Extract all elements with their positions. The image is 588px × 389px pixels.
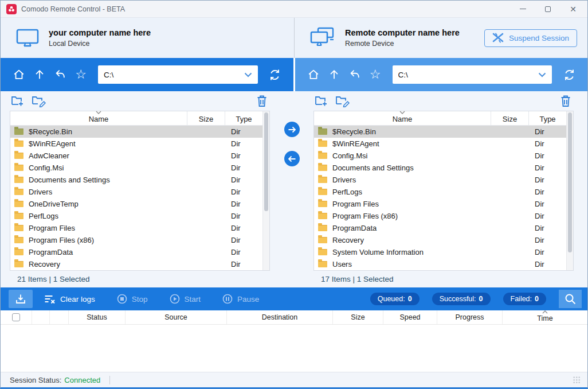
file-name: Drivers [29, 188, 187, 196]
title-bar: Comodo Remote Control - BETA ✕ [1, 1, 587, 18]
file-row[interactable]: Config.MsiDir [10, 162, 262, 174]
local-refresh-icon[interactable] [265, 64, 285, 85]
file-row[interactable]: Program Files (x86)Dir [314, 210, 566, 222]
file-type: Dir [225, 164, 262, 172]
local-delete-icon[interactable] [256, 95, 268, 107]
local-favorite-star-icon[interactable]: ☆ [70, 64, 91, 85]
remote-rename-folder-icon[interactable] [335, 95, 350, 107]
file-row[interactable]: $Recycle.BinDir [10, 126, 262, 138]
file-name: Program Files (x86) [332, 212, 491, 220]
file-row[interactable]: $WinREAgentDir [314, 138, 566, 150]
maximize-button[interactable] [544, 5, 552, 13]
file-row[interactable]: Program FilesDir [314, 198, 566, 210]
remote-scrollbar[interactable] [566, 111, 573, 270]
file-row[interactable]: Documents and SettingsDir [314, 162, 566, 174]
copy-to-local-button[interactable] [284, 151, 300, 166]
file-row[interactable]: UsersDir [314, 258, 566, 270]
file-type: Dir [225, 260, 262, 269]
file-type: Dir [225, 188, 262, 196]
file-row[interactable]: DriversDir [314, 174, 566, 186]
local-scrollbar[interactable] [262, 111, 269, 270]
column-source[interactable]: Source [126, 310, 227, 324]
remote-back-icon[interactable] [344, 64, 365, 85]
remote-sort-name-header[interactable]: Name [314, 111, 491, 125]
file-type: Dir [528, 139, 566, 148]
select-all-checkbox[interactable] [12, 313, 20, 321]
remote-sort-size-header[interactable]: Size [491, 111, 528, 125]
file-row[interactable]: OneDriveTempDir [10, 198, 262, 210]
file-type: Dir [225, 127, 262, 136]
file-row[interactable]: PerfLogsDir [10, 210, 262, 222]
remote-device-type: Remote Device [345, 40, 460, 48]
column-destination[interactable]: Destination [227, 310, 333, 324]
file-row[interactable]: Program Files (x86)Dir [10, 234, 262, 246]
remote-path-combobox [393, 65, 552, 84]
local-chevron-down-icon[interactable] [241, 67, 256, 82]
file-row[interactable]: ProgramDataDir [10, 246, 262, 258]
local-sort-name-header[interactable]: Name [10, 111, 187, 125]
remote-sort-type-header[interactable]: Type [528, 111, 566, 125]
download-icon[interactable] [9, 290, 33, 308]
file-row[interactable]: $WinREAgentDir [10, 138, 262, 150]
column-size[interactable]: Size [333, 310, 383, 324]
file-row[interactable]: RecoveryDir [10, 258, 262, 270]
folder-icon [318, 153, 327, 159]
column-progress[interactable]: Progress [437, 310, 503, 324]
file-row[interactable]: RecoveryDir [314, 234, 566, 246]
file-type: Dir [225, 236, 262, 244]
transfer-table-header: Status Source Destination Size Speed Pro… [1, 310, 587, 325]
remote-favorite-star-icon[interactable]: ☆ [365, 64, 386, 85]
local-rename-folder-icon[interactable] [32, 95, 46, 107]
column-time[interactable]: Time [503, 310, 587, 324]
successful-badge: Successful:0 [432, 293, 491, 305]
file-name: $WinREAgent [332, 139, 491, 148]
remote-refresh-icon[interactable] [559, 64, 579, 85]
file-row[interactable]: PerfLogsDir [314, 186, 566, 198]
copy-to-remote-button[interactable] [284, 122, 300, 137]
transfer-log-area [1, 325, 587, 372]
app-window: Comodo Remote Control - BETA ✕ your comp… [0, 0, 588, 389]
remote-home-icon[interactable] [303, 64, 324, 85]
clear-logs-button[interactable]: Clear logs [44, 294, 95, 304]
transfer-arrows [270, 93, 313, 287]
file-name: System Volume Information [332, 248, 491, 256]
file-row[interactable]: System Volume InformationDir [314, 246, 566, 258]
remote-path-input[interactable] [398, 71, 535, 79]
local-path-input[interactable] [104, 71, 241, 79]
file-row[interactable]: Documents and SettingsDir [10, 174, 262, 186]
local-back-icon[interactable] [50, 64, 70, 85]
file-name: Config.Msi [29, 164, 187, 172]
file-type: Dir [225, 224, 262, 232]
file-row[interactable]: AdwCleanerDir [10, 150, 262, 162]
local-home-icon[interactable] [9, 64, 29, 85]
stop-button[interactable]: Stop [117, 294, 148, 304]
session-status-label: Session Status: [10, 376, 61, 384]
remote-up-icon[interactable] [324, 64, 344, 85]
minimize-button[interactable] [519, 5, 527, 13]
file-name: Recovery [332, 236, 491, 244]
local-sort-size-header[interactable]: Size [187, 111, 225, 125]
column-speed[interactable]: Speed [383, 310, 437, 324]
file-row[interactable]: Config.MsiDir [314, 150, 566, 162]
file-row[interactable]: Program FilesDir [10, 222, 262, 234]
suspend-session-button[interactable]: Suspend Session [484, 29, 577, 47]
file-row[interactable]: ProgramDataDir [314, 222, 566, 234]
resize-grip[interactable] [573, 376, 581, 384]
pause-button[interactable]: Pause [222, 294, 259, 304]
clear-logs-icon [44, 294, 56, 304]
local-new-folder-icon[interactable] [11, 95, 25, 107]
close-button[interactable]: ✕ [569, 5, 577, 13]
search-icon[interactable] [559, 290, 582, 308]
remote-chevron-down-icon[interactable] [535, 67, 550, 82]
local-sort-type-header[interactable]: Type [225, 111, 262, 125]
remote-delete-icon[interactable] [560, 95, 571, 107]
start-button[interactable]: Start [170, 294, 201, 304]
queued-badge: Queued:0 [370, 293, 420, 305]
clear-logs-label: Clear logs [60, 295, 95, 304]
window-title: Comodo Remote Control - BETA [21, 5, 125, 13]
remote-new-folder-icon[interactable] [315, 95, 328, 107]
file-row[interactable]: DriversDir [10, 186, 262, 198]
column-status[interactable]: Status [69, 310, 126, 324]
file-row[interactable]: $Recycle.BinDir [314, 126, 566, 138]
local-up-icon[interactable] [29, 64, 50, 85]
